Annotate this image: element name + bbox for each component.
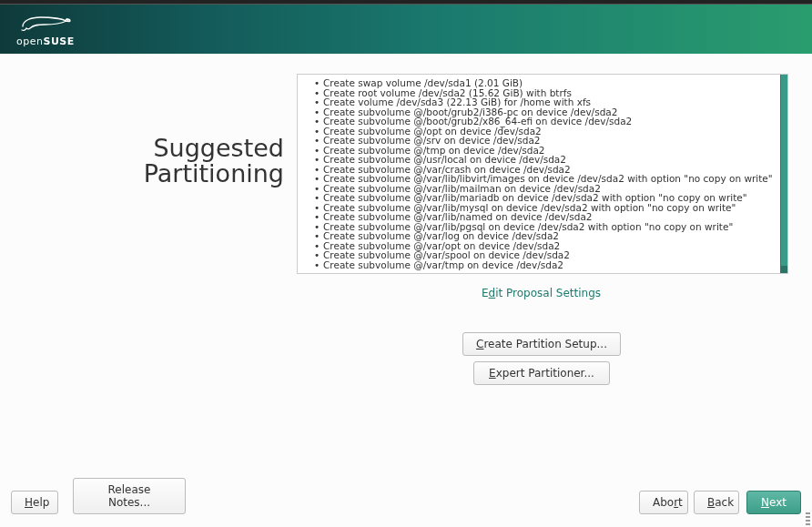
heading-line2: Partitioning xyxy=(144,159,284,187)
resize-grip-icon[interactable] xyxy=(806,511,810,525)
edit-proposal-settings-button[interactable]: Edit Proposal Settings xyxy=(469,282,614,304)
svg-point-1 xyxy=(66,19,67,20)
proposal-panel: Create swap volume /dev/sda1 (2.01 GiB)C… xyxy=(297,74,788,274)
proposal-list: Create swap volume /dev/sda1 (2.01 GiB)C… xyxy=(314,78,776,269)
heading-line1: Suggested xyxy=(153,134,284,162)
page-title: Suggested Partitioning xyxy=(66,136,284,187)
header-bar: openSUSE xyxy=(0,5,812,54)
brand-name: openSUSE xyxy=(16,35,75,47)
help-button[interactable]: Help xyxy=(11,491,58,514)
content-area: Suggested Partitioning Create swap volum… xyxy=(2,54,810,525)
create-partition-setup-button[interactable]: Create Partition Setup... xyxy=(462,332,621,356)
back-button[interactable]: Back xyxy=(694,491,739,514)
proposal-item: Create subvolume @/var/lib/named on devi… xyxy=(314,212,776,222)
proposal-item: Create subvolume @/var/tmp on device /de… xyxy=(314,260,776,270)
proposal-scrollbar[interactable] xyxy=(780,75,787,273)
proposal-item: Create subvolume @/var/lib/mariadb on de… xyxy=(314,193,776,203)
proposal-item: Create subvolume @/var/spool on device /… xyxy=(314,250,776,260)
proposal-item: Create subvolume @/var/log on device /de… xyxy=(314,231,776,241)
opensuse-logo: openSUSE xyxy=(16,12,75,47)
proposal-item: Create subvolume @/var/lib/libvirt/image… xyxy=(314,174,776,184)
proposal-item: Create subvolume @/srv on device /dev/sd… xyxy=(314,136,776,146)
release-notes-button[interactable]: Release Notes... xyxy=(73,478,186,514)
next-button[interactable]: Next xyxy=(746,491,801,514)
proposal-item: Create subvolume @/usr/local on device /… xyxy=(314,155,776,165)
scrollbar-thumb[interactable] xyxy=(781,266,787,273)
abort-button[interactable]: Abort xyxy=(639,491,688,514)
proposal-item: Create swap volume /dev/sda1 (2.01 GiB) xyxy=(314,78,776,88)
expert-partitioner-button[interactable]: Expert Partitioner... xyxy=(473,361,610,385)
geeko-icon xyxy=(17,12,74,34)
proposal-item: Create subvolume @/boot/grub2/x86_64-efi… xyxy=(314,117,776,127)
proposal-item: Create volume /dev/sda3 (22.13 GiB) for … xyxy=(314,97,776,107)
proposal-text[interactable]: Create swap volume /dev/sda1 (2.01 GiB)C… xyxy=(298,75,782,273)
